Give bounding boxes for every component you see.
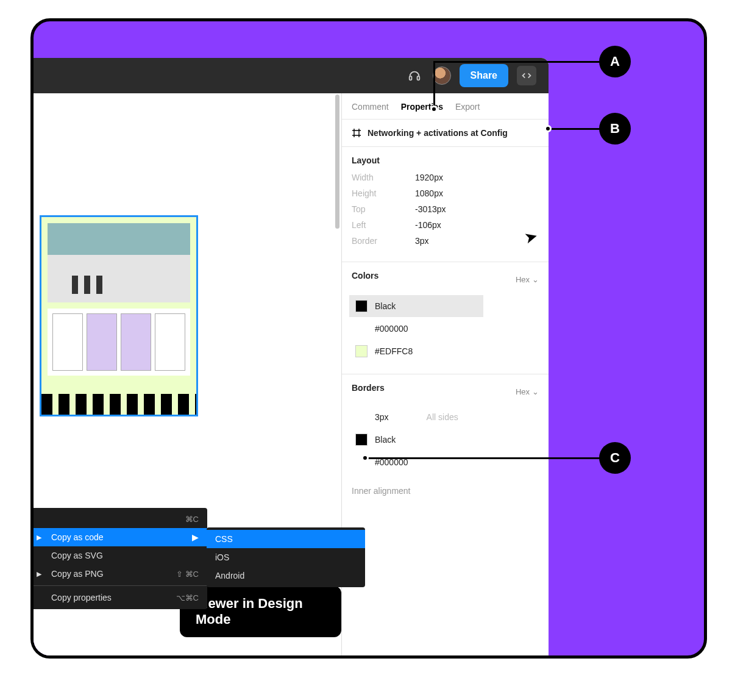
submenu-indicator-icon: ▶ <box>37 570 41 578</box>
color-row-black[interactable]: Black <box>349 295 483 317</box>
color-hex-black[interactable]: #000000 <box>349 319 539 338</box>
menu-copy-as-code-label: Copy as code <box>51 532 104 542</box>
menu-separator <box>34 585 207 586</box>
layout-row: Width1920px <box>352 173 539 182</box>
frame-cards <box>48 309 190 376</box>
menu-copy-as-svg-label: Copy as SVG <box>51 551 103 560</box>
avatar[interactable] <box>433 66 451 85</box>
tab-export[interactable]: Export <box>455 102 480 112</box>
tab-comment[interactable]: Comment <box>352 102 389 112</box>
swatch-black <box>355 300 368 312</box>
frame-pattern-strip <box>41 394 196 415</box>
borders-section: Borders Hex ⌄ 3px All sides Black #000 <box>342 374 549 484</box>
color-name: Black <box>375 301 396 311</box>
annotation-b: B <box>599 113 631 145</box>
submenu-css[interactable]: CSS <box>207 530 365 548</box>
layout-title: Layout <box>352 155 539 165</box>
border-color-name: Black <box>375 435 396 445</box>
context-submenu: CSS iOS Android <box>207 527 365 587</box>
dev-mode-icon[interactable] <box>517 66 536 85</box>
context-menu: ⌘C ▶ Copy as code ▶ Copy as SVG ▶ Copy a… <box>34 508 207 609</box>
chevron-down-icon: ⌄ <box>532 275 539 284</box>
frame-name-text: Networking + activations at Config <box>368 128 508 138</box>
swatch-black <box>355 434 368 446</box>
menu-copy-as-code[interactable]: ▶ Copy as code ▶ <box>34 528 207 546</box>
frame-title-row[interactable]: Networking + activations at Config <box>342 120 549 147</box>
colors-section: Colors Hex ⌄ Black #000000 #EDFFC8 <box>342 262 549 374</box>
annotation-c: C <box>599 442 631 474</box>
colors-title: Colors <box>352 271 378 280</box>
annotation-a: A <box>599 46 631 77</box>
scrollbar[interactable] <box>335 95 339 229</box>
color-hex-value: #000000 <box>375 324 408 334</box>
canvas-area[interactable]: ⌘C ▶ Copy as code ▶ Copy as SVG ▶ Copy a… <box>34 93 341 659</box>
border-color-hex-row: #000000 <box>349 452 539 472</box>
layout-section: Layout Width1920px Height1080px Top-3013… <box>342 147 549 262</box>
border-size-row: 3px All sides <box>349 407 539 427</box>
shortcut-png: ⇧ ⌘C <box>176 570 199 579</box>
border-format-select[interactable]: Hex ⌄ <box>516 387 539 396</box>
layout-row: Left-106px <box>352 220 539 230</box>
color-format-select[interactable]: Hex ⌄ <box>516 275 539 284</box>
svg-rect-1 <box>417 76 419 80</box>
submenu-ios[interactable]: iOS <box>207 548 365 566</box>
swatch-lime <box>355 345 368 357</box>
frame-image <box>48 223 190 302</box>
layout-row: Height1080px <box>352 188 539 198</box>
shortcut-copy: ⌘C <box>185 515 199 524</box>
inner-alignment-label: Inner alignment <box>342 484 549 496</box>
chevron-down-icon: ⌄ <box>532 387 539 396</box>
huddle-icon[interactable] <box>405 66 424 85</box>
color-row-lime[interactable]: #EDFFC8 <box>349 340 539 362</box>
top-toolbar: Share <box>34 58 549 93</box>
illustration-frame: Share ⌘C ▶ Copy as co <box>30 18 707 659</box>
chevron-right-icon: ▶ <box>192 532 199 542</box>
menu-copy-as-svg[interactable]: Copy as SVG <box>34 546 207 565</box>
app-window: Share ⌘C ▶ Copy as co <box>34 58 549 659</box>
properties-panel: Comment Properties Export Networking + a… <box>341 93 549 659</box>
menu-copy-properties-label: Copy properties <box>51 593 112 602</box>
color-hex-value: #EDFFC8 <box>375 346 413 356</box>
frame-icon <box>352 128 361 138</box>
shortcut-props: ⌥⌘C <box>176 593 199 602</box>
border-color-row: Black <box>349 429 539 451</box>
share-button[interactable]: Share <box>460 64 508 87</box>
submenu-android[interactable]: Android <box>207 566 365 585</box>
panel-tabs: Comment Properties Export <box>342 93 549 120</box>
border-size: 3px <box>375 412 389 422</box>
border-sides: All sides <box>427 412 458 422</box>
context-menu-shortcut-row: ⌘C <box>34 510 207 528</box>
borders-title: Borders <box>352 383 385 393</box>
submenu-indicator-icon: ▶ <box>37 534 41 541</box>
menu-copy-as-png[interactable]: ▶ Copy as PNG ⇧ ⌘C <box>34 565 207 583</box>
selected-frame[interactable] <box>40 215 198 416</box>
menu-copy-properties[interactable]: Copy properties ⌥⌘C <box>34 588 207 607</box>
menu-copy-as-png-label: Copy as PNG <box>51 569 104 579</box>
layout-row: Border3px <box>352 236 539 246</box>
svg-rect-0 <box>409 76 411 80</box>
layout-row: Top-3013px <box>352 204 539 214</box>
